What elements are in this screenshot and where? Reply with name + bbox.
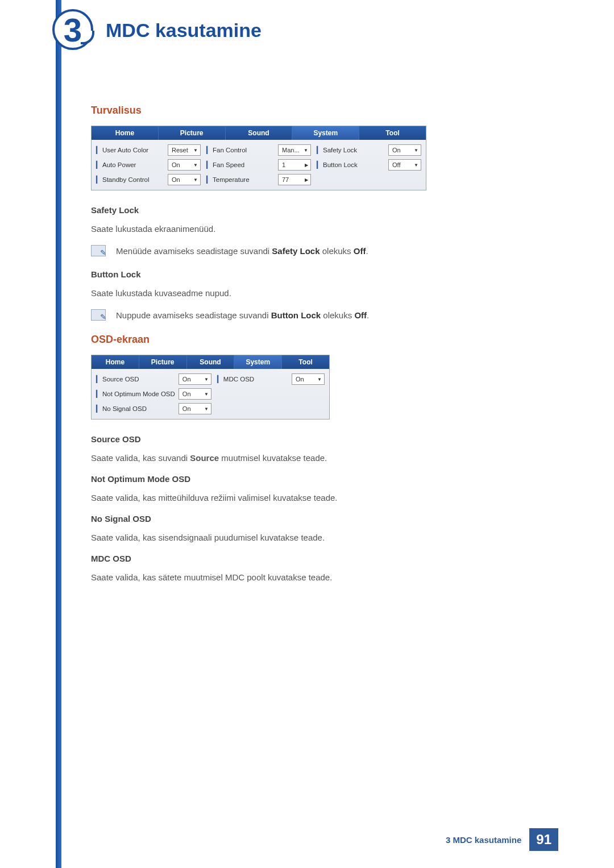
chevron-down-icon: ▼	[204, 377, 209, 382]
combo-auto-power[interactable]: On▼	[168, 159, 201, 171]
combo-safety-lock[interactable]: On▼	[388, 144, 421, 156]
osd-panel: Home Picture Sound System Tool Source OS…	[91, 355, 330, 420]
tab-tool[interactable]: Tool	[282, 355, 329, 369]
field-standby-control: Standby ControlOn▼	[96, 174, 201, 185]
combo-button-lock[interactable]: Off▼	[388, 159, 421, 171]
field-no-signal-osd: No Signal OSDOn▼	[96, 403, 211, 414]
chapter-number: 3	[52, 9, 93, 50]
field-not-optimum-osd: Not Optimum Mode OSDOn▼	[96, 388, 211, 400]
subheading-button-lock: Button Lock	[91, 269, 523, 279]
subheading-not-optimum-osd: Not Optimum Mode OSD	[91, 474, 523, 484]
footer-text: 3 MDC kasutamine	[446, 835, 521, 845]
field-source-osd: Source OSDOn▼	[96, 373, 211, 385]
field-button-lock: Button LockOff▼	[317, 159, 421, 171]
chevron-right-icon: ▶	[305, 163, 308, 168]
note-icon	[91, 245, 106, 256]
note-text: Nuppude avamiseks seadistage suvandi But…	[116, 309, 369, 321]
page-content: Turvalisus Home Picture Sound System Too…	[91, 105, 523, 593]
tab-tool[interactable]: Tool	[359, 126, 426, 140]
subheading-mdc-osd: MDC OSD	[91, 554, 523, 563]
field-fan-control: Fan ControlMan...▼	[206, 144, 311, 156]
combo-source-osd[interactable]: On▼	[179, 373, 211, 385]
text-button-lock-desc: Saate lukustada kuvaseadme nupud.	[91, 287, 523, 299]
text-mdc-osd: Saate valida, kas sätete muutmisel MDC p…	[91, 571, 523, 583]
chevron-down-icon: ▼	[193, 163, 198, 168]
chevron-down-icon: ▼	[304, 148, 308, 153]
combo-fan-control[interactable]: Man...▼	[278, 144, 311, 156]
field-temperature: Temperature77▶	[206, 174, 311, 185]
tab-picture[interactable]: Picture	[139, 355, 187, 369]
chevron-down-icon: ▼	[414, 148, 418, 153]
panel-tabs: Home Picture Sound System Tool	[92, 126, 426, 140]
chapter-callout: 3	[52, 9, 93, 50]
combo-mdc-osd[interactable]: On▼	[292, 373, 325, 385]
note-text: Menüüde avamiseks seadistage suvandi Saf…	[116, 245, 368, 257]
field-fan-speed: Fan Speed1▶	[206, 159, 311, 171]
combo-no-signal-osd[interactable]: On▼	[179, 403, 211, 414]
tab-system[interactable]: System	[234, 355, 282, 369]
tab-home[interactable]: Home	[92, 126, 159, 140]
chevron-down-icon: ▼	[204, 392, 209, 397]
text-source-osd: Saate valida, kas suvandi Source muutmis…	[91, 452, 523, 464]
subheading-source-osd: Source OSD	[91, 434, 523, 444]
tab-system[interactable]: System	[292, 126, 359, 140]
note-safety-lock: Menüüde avamiseks seadistage suvandi Saf…	[91, 245, 523, 257]
tab-picture[interactable]: Picture	[159, 126, 226, 140]
combo-user-auto-color[interactable]: Reset▼	[168, 144, 201, 156]
tab-sound[interactable]: Sound	[226, 126, 293, 140]
spin-fan-speed[interactable]: 1▶	[278, 159, 311, 171]
security-panel: Home Picture Sound System Tool User Auto…	[91, 126, 426, 190]
page-number: 91	[529, 828, 558, 851]
tab-sound[interactable]: Sound	[187, 355, 235, 369]
text-not-optimum-osd: Saate valida, kas mitteühilduva režiimi …	[91, 492, 523, 504]
subheading-safety-lock: Safety Lock	[91, 205, 523, 215]
section-heading-security: Turvalisus	[91, 105, 523, 117]
chapter-title: MDC kasutamine	[106, 19, 262, 41]
note-button-lock: Nuppude avamiseks seadistage suvandi But…	[91, 309, 523, 321]
subheading-no-signal-osd: No Signal OSD	[91, 514, 523, 524]
section-heading-osd: OSD-ekraan	[91, 334, 523, 346]
field-safety-lock: Safety LockOn▼	[317, 144, 421, 156]
field-user-auto-color: User Auto ColorReset▼	[96, 144, 201, 156]
field-auto-power: Auto PowerOn▼	[96, 159, 201, 171]
chevron-down-icon: ▼	[414, 163, 418, 168]
chevron-down-icon: ▼	[204, 406, 209, 412]
text-safety-lock-desc: Saate lukustada ekraanimenüüd.	[91, 223, 523, 235]
chevron-down-icon: ▼	[193, 148, 198, 153]
field-mdc-osd: MDC OSDOn▼	[217, 373, 325, 385]
page-footer: 3 MDC kasutamine 91	[446, 828, 558, 851]
combo-standby-control[interactable]: On▼	[168, 174, 201, 185]
chevron-right-icon: ▶	[305, 177, 308, 182]
note-icon	[91, 309, 106, 321]
tab-home[interactable]: Home	[92, 355, 139, 369]
text-no-signal-osd: Saate valida, kas sisendsignaali puudumi…	[91, 531, 523, 543]
left-rail	[56, 0, 61, 868]
combo-not-optimum-osd[interactable]: On▼	[179, 388, 211, 400]
chevron-down-icon: ▼	[193, 177, 198, 182]
chevron-down-icon: ▼	[317, 377, 322, 382]
spin-temperature[interactable]: 77▶	[278, 174, 311, 185]
panel-tabs: Home Picture Sound System Tool	[92, 355, 329, 369]
